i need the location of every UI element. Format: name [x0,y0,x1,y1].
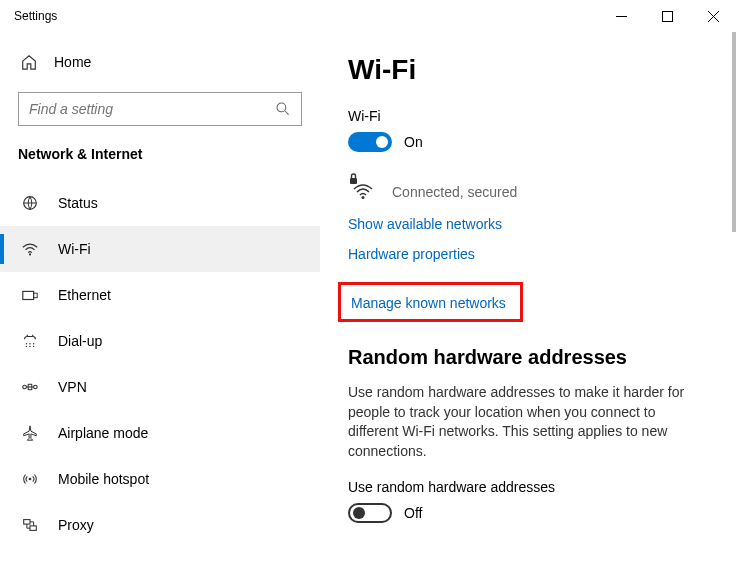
svg-rect-8 [23,291,34,299]
svg-point-16 [23,385,27,389]
random-toggle[interactable]: Off [348,503,706,523]
svg-point-4 [277,103,286,112]
page-title: Wi-Fi [348,54,706,86]
home-label: Home [54,54,91,70]
scrollbar[interactable] [732,32,736,232]
category-label: Network & Internet [0,138,320,180]
svg-rect-21 [24,520,30,525]
sidebar-item-label: Dial-up [58,333,102,349]
dialup-icon [20,332,40,350]
wifi-section-label: Wi-Fi [348,108,706,124]
wifi-toggle[interactable]: On [348,132,706,152]
hardware-properties-link[interactable]: Hardware properties [348,246,706,262]
toggle-switch-on[interactable] [348,132,392,152]
titlebar: Settings [0,0,736,32]
svg-point-15 [33,346,34,347]
manage-known-networks-link[interactable]: Manage known networks [351,295,506,311]
sidebar-item-label: Wi-Fi [58,241,91,257]
svg-point-10 [26,343,27,344]
window-controls [598,0,736,32]
random-addresses-heading: Random hardware addresses [348,346,706,369]
sidebar-item-status[interactable]: Status [0,180,320,226]
window-title: Settings [14,9,598,23]
connection-status-text: Connected, secured [392,184,517,200]
minimize-button[interactable] [598,0,644,32]
sidebar-item-dialup[interactable]: Dial-up [0,318,320,364]
svg-point-13 [26,346,27,347]
home-icon [20,53,38,71]
search-field[interactable] [29,101,275,117]
highlight-annotation: Manage known networks [338,282,523,322]
maximize-button[interactable] [644,0,690,32]
sidebar-item-hotspot[interactable]: Mobile hotspot [0,456,320,502]
main-content: Wi-Fi Wi-Fi On Connected, secured Show a… [320,32,736,583]
sidebar-item-label: Airplane mode [58,425,148,441]
sidebar-item-ethernet[interactable]: Ethernet [0,272,320,318]
search-icon [275,101,291,117]
svg-rect-1 [662,11,672,21]
vpn-icon [20,378,40,396]
svg-rect-24 [350,178,357,184]
random-toggle-state: Off [404,505,422,521]
svg-point-7 [29,253,31,255]
sidebar-item-proxy[interactable]: Proxy [0,502,320,548]
svg-point-20 [29,478,32,481]
sidebar-item-label: Proxy [58,517,94,533]
ethernet-icon [20,286,40,304]
sidebar-item-label: VPN [58,379,87,395]
airplane-icon [20,424,40,442]
status-icon [20,194,40,212]
svg-point-11 [29,343,30,344]
sidebar: Home Network & Internet Status Wi-Fi [0,32,320,583]
svg-point-17 [34,385,38,389]
wifi-lock-icon [348,172,378,200]
sidebar-item-label: Status [58,195,98,211]
hotspot-icon [20,470,40,488]
sidebar-item-airplane[interactable]: Airplane mode [0,410,320,456]
random-addresses-desc: Use random hardware addresses to make it… [348,383,706,461]
close-button[interactable] [690,0,736,32]
show-networks-link[interactable]: Show available networks [348,216,706,232]
sidebar-item-wifi[interactable]: Wi-Fi [0,226,320,272]
random-toggle-label: Use random hardware addresses [348,479,706,495]
svg-point-12 [33,343,34,344]
sidebar-item-label: Mobile hotspot [58,471,149,487]
svg-line-5 [285,111,289,115]
svg-point-23 [362,196,365,199]
sidebar-item-vpn[interactable]: VPN [0,364,320,410]
toggle-switch-off[interactable] [348,503,392,523]
sidebar-item-label: Ethernet [58,287,111,303]
svg-point-14 [29,346,30,347]
wifi-toggle-state: On [404,134,423,150]
home-button[interactable]: Home [0,42,320,82]
search-input[interactable] [18,92,302,126]
wifi-icon [20,240,40,258]
proxy-icon [20,516,40,534]
svg-rect-22 [30,526,36,531]
connection-status: Connected, secured [348,172,706,200]
